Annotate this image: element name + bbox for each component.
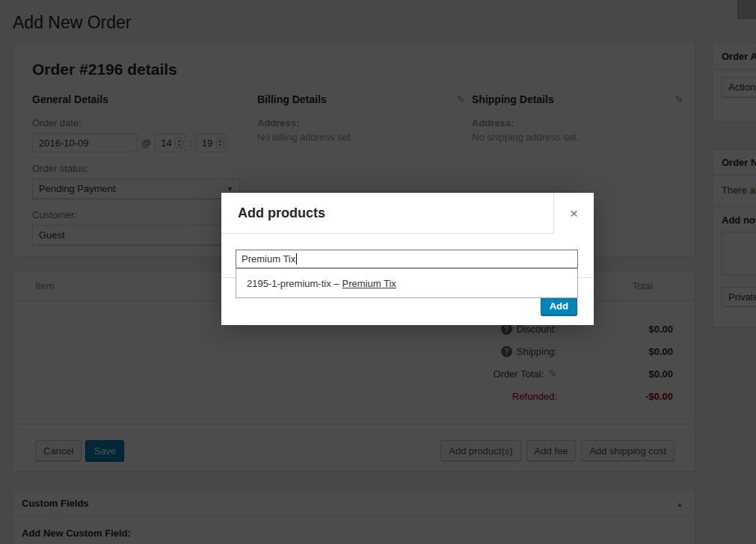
result-sku: 2195-1-premium-tix – (247, 278, 339, 289)
add-products-modal: Add products × Premium Tix 2195-1-premiu… (221, 193, 594, 325)
text-cursor (296, 253, 297, 265)
close-icon: × (570, 205, 578, 222)
search-result-item[interactable]: 2195-1-premium-tix – Premium Tix (236, 269, 577, 297)
product-search-input[interactable]: Premium Tix (236, 250, 578, 268)
modal-header: Add products × (221, 193, 594, 234)
search-results-dropdown: 2195-1-premium-tix – Premium Tix (236, 268, 578, 298)
product-search-value: Premium Tix (242, 253, 295, 265)
admin-page: Add New Order Order #2196 details Genera… (0, 0, 756, 544)
modal-close-button[interactable]: × (553, 193, 594, 234)
modal-title: Add products (238, 193, 325, 234)
result-product-link[interactable]: Premium Tix (342, 278, 396, 289)
modal-add-button[interactable]: Add (541, 297, 577, 315)
